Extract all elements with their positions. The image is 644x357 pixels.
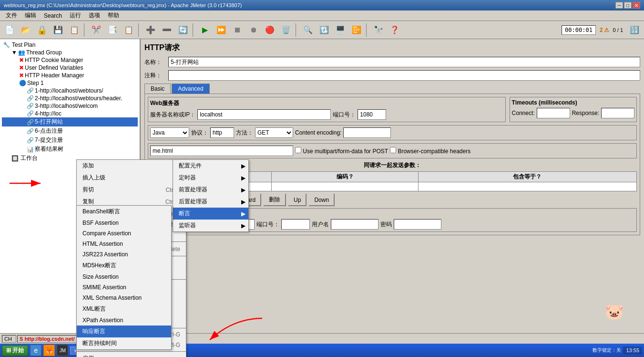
start-no-pause[interactable]: ⏩ <box>214 23 229 37</box>
name-input[interactable] <box>168 57 640 67</box>
assert-bsf[interactable]: BSF Assertion <box>77 218 171 228</box>
save-file-button[interactable]: 💾 <box>51 23 66 37</box>
clear-button[interactable]: 🔴 <box>262 23 277 37</box>
browse-button[interactable]: 🔭 <box>371 23 386 37</box>
menu-options[interactable]: 选项 <box>85 10 104 21</box>
http5-label: 5-打开网站 <box>35 118 63 126</box>
search-button[interactable]: 🔍 <box>300 23 316 37</box>
assert-xpath[interactable]: XPath Assertion <box>77 315 171 326</box>
remote-start[interactable]: 🖥️ <box>333 23 348 37</box>
save-button[interactable]: 🔒 <box>34 23 50 37</box>
page-nav[interactable]: 🔢 <box>627 23 642 37</box>
tree-item-http2[interactable]: 🔗 2-http://localhost/webtours/header. <box>2 94 138 102</box>
open-button[interactable]: 📂 <box>18 23 33 37</box>
collapse-button[interactable]: ➖ <box>159 23 174 37</box>
impl-select[interactable]: Java HttpClient4 <box>150 127 189 138</box>
up-button[interactable]: Up <box>288 193 307 206</box>
start-button[interactable]: ⊞ 开始 <box>2 345 28 356</box>
remote-stop[interactable]: 📴 <box>349 23 364 37</box>
taskbar-ie[interactable]: e <box>30 345 41 356</box>
path-input[interactable] <box>150 146 293 156</box>
tree-item-http5[interactable]: 🔗 5-打开网站 <box>2 117 138 126</box>
assert-response[interactable]: 响应断言 <box>77 326 171 337</box>
proxy-port-input[interactable] <box>281 219 310 230</box>
response-input[interactable] <box>601 108 634 118</box>
stop-button[interactable]: ⏹ <box>230 23 245 37</box>
protocol-input[interactable] <box>210 127 234 138</box>
ctx-enable[interactable]: 启用 <box>77 353 186 357</box>
add-assertion[interactable]: 断言 <box>173 208 248 220</box>
revert-button[interactable]: 📋 <box>67 23 82 37</box>
tree-item-testplan[interactable]: 🔧 Test Plan <box>2 41 138 49</box>
tree-item-http6[interactable]: 🔗 6-点击注册 <box>2 126 138 136</box>
tree-item-http3[interactable]: 🔗 3-http://localhost/welcom <box>2 102 138 110</box>
new-button[interactable]: 📄 <box>2 23 17 37</box>
tree-item-result[interactable]: 📊 察看结果树 <box>2 145 138 154</box>
menu-file[interactable]: 文件 <box>2 10 21 21</box>
tab-basic[interactable]: Basic <box>144 84 171 94</box>
assert-xml[interactable]: XML断言 <box>77 303 171 315</box>
add-post-processor[interactable]: 后置处理器 <box>173 196 248 208</box>
help-button[interactable]: ❓ <box>387 23 402 37</box>
taskbar-firefox[interactable]: 🦊 <box>43 345 55 356</box>
assert-size[interactable]: Size Assertion <box>77 272 171 282</box>
tab-advanced[interactable]: Advanced <box>172 84 209 94</box>
server-input[interactable] <box>197 109 331 120</box>
assert-html[interactable]: HTML Assertion <box>77 239 171 249</box>
close-button[interactable]: ✕ <box>633 2 640 9</box>
ctx-cut[interactable]: 剪切 Ctrl-X <box>77 184 186 196</box>
tree-item-step1[interactable]: 🔵 Step 1 <box>2 79 138 87</box>
copy-button[interactable]: 📑 <box>105 23 120 37</box>
add-pre-processor[interactable]: 前置处理器 <box>173 184 248 196</box>
assert-compare[interactable]: Compare Assertion <box>77 228 171 239</box>
method-select[interactable]: GET POST <box>255 127 293 138</box>
assert-beanshell[interactable]: BeanShell断言 <box>77 206 171 218</box>
menu-edit[interactable]: 编辑 <box>21 10 40 21</box>
menu-run[interactable]: 运行 <box>66 10 85 21</box>
add-listener[interactable]: 监听器 <box>173 220 248 231</box>
assert-duration[interactable]: 断言持续时间 <box>77 337 171 349</box>
multipart-checkbox[interactable] <box>295 147 301 153</box>
taskbar-jmeter[interactable]: JM <box>57 345 68 356</box>
cut-button[interactable]: ✂️ <box>89 23 104 37</box>
paste-button[interactable]: 📋 <box>121 23 136 37</box>
start-button[interactable]: ▶ <box>197 23 213 37</box>
tree-item-cookie[interactable]: ✖ HTTP Cookie Manager <box>2 56 138 64</box>
add-timer[interactable]: 定时器 <box>173 172 248 184</box>
tree-item-threadgroup[interactable]: ▼ 👥 Thread Group <box>2 49 138 56</box>
add-config[interactable]: 配置元件 <box>173 160 248 172</box>
ctx-add[interactable]: 添加 <box>77 160 186 172</box>
proxy-pass-input[interactable] <box>394 219 441 230</box>
delete-button[interactable]: 删除 <box>263 193 286 206</box>
assert-smime[interactable]: SMIME Assertion <box>77 282 171 293</box>
browser-compat-checkbox[interactable] <box>390 147 396 153</box>
tree-item-header[interactable]: ✖ HTTP Header Manager <box>2 72 138 79</box>
minimize-button[interactable]: ─ <box>615 2 623 9</box>
tree-item-http4[interactable]: 🔗 4-http://loc <box>2 110 138 117</box>
proxy-user-input[interactable] <box>331 219 378 230</box>
expand-icon: ▼ <box>11 49 17 56</box>
taskbar-tray: 数字锁定：关 13:55 <box>593 346 642 354</box>
assert-jsr223[interactable]: JSR223 Assertion <box>77 249 171 260</box>
menu-search[interactable]: Search <box>40 11 66 20</box>
tree-item-http1[interactable]: 🔗 1-http://localhost/webtours/ <box>2 87 138 94</box>
clear-all-button[interactable]: 🗑️ <box>278 23 294 37</box>
toggle-button[interactable]: 🔄 <box>175 23 191 37</box>
connect-label: Connect: <box>512 110 535 116</box>
connect-input[interactable] <box>537 108 570 118</box>
tree-item-variables[interactable]: ✖ User Defined Variables <box>2 64 138 72</box>
shutdown-button[interactable]: ⏺ <box>246 23 261 37</box>
tree-item-http7[interactable]: 🔗 7-提交注册 <box>2 136 138 145</box>
reset-button[interactable]: 🔃 <box>317 23 332 37</box>
header-label: HTTP Header Manager <box>25 72 84 79</box>
menu-help[interactable]: 帮助 <box>104 10 123 21</box>
down-button[interactable]: Down <box>308 193 335 206</box>
encoding-input[interactable] <box>343 127 391 138</box>
assert-md5hex[interactable]: MD5Hex断言 <box>77 260 171 272</box>
ctx-insert-parent[interactable]: 插入上级 <box>77 172 186 184</box>
comment-input[interactable] <box>168 70 640 81</box>
expand-button[interactable]: ➕ <box>143 23 158 37</box>
maximize-button[interactable]: □ <box>624 2 632 9</box>
assert-xmlschema[interactable]: XML Schema Assertion <box>77 293 171 303</box>
port-input[interactable] <box>358 109 386 120</box>
